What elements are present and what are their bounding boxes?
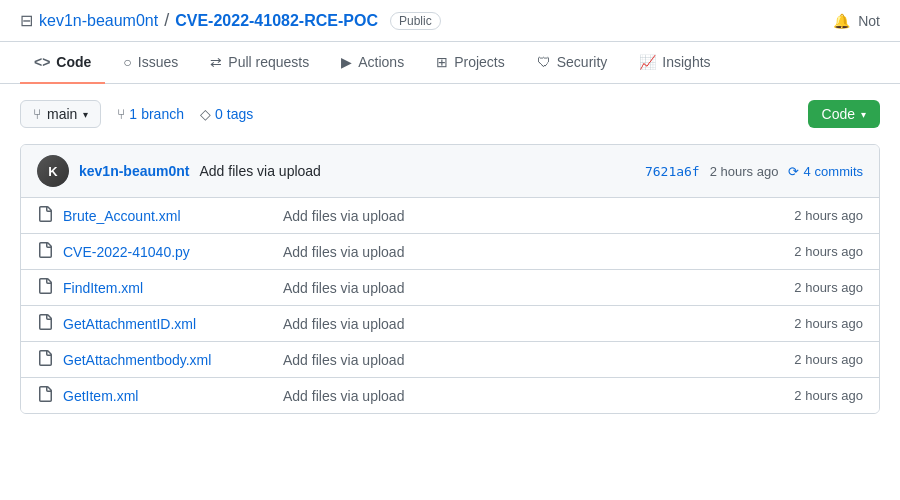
repo-nav: <> Code ○ Issues ⇄ Pull requests ▶ Actio… (0, 42, 900, 84)
file-time: 2 hours ago (763, 388, 863, 403)
file-commit-message: Add files via upload (263, 280, 763, 296)
file-row: GetItem.xml Add files via upload 2 hours… (21, 378, 879, 413)
tab-actions-label: Actions (358, 54, 404, 70)
file-icon (37, 206, 53, 225)
commits-count-link[interactable]: ⟳ 4 commits (788, 164, 863, 179)
chevron-down-icon: ▾ (83, 109, 88, 120)
commit-right: 7621a6f 2 hours ago ⟳ 4 commits (645, 164, 863, 179)
file-row: CVE-2022-41040.py Add files via upload 2… (21, 234, 879, 270)
tab-actions[interactable]: ▶ Actions (327, 42, 418, 84)
file-commit-message: Add files via upload (263, 244, 763, 260)
pull-requests-icon: ⇄ (210, 54, 222, 70)
code-icon: <> (34, 54, 50, 70)
notification-icon[interactable]: 🔔 (833, 13, 850, 29)
tab-code[interactable]: <> Code (20, 42, 105, 84)
tag-label: tags (227, 106, 253, 122)
file-name[interactable]: GetAttachmentID.xml (63, 316, 263, 332)
commits-count: 4 (803, 164, 810, 179)
file-icon (37, 350, 53, 369)
file-name[interactable]: GetItem.xml (63, 388, 263, 404)
file-icon (37, 242, 53, 261)
repo-title: ⊟ kev1n-beaum0nt / CVE-2022-41082-RCE-PO… (20, 10, 441, 31)
branch-bar: ⑂ main ▾ ⑂ 1 branch ◇ 0 tags Code ▾ (20, 100, 880, 128)
tag-count: 0 (215, 106, 223, 122)
actions-icon: ▶ (341, 54, 352, 70)
notification-label: Not (858, 13, 880, 29)
file-time: 2 hours ago (763, 316, 863, 331)
tag-icon: ◇ (200, 106, 211, 122)
code-button[interactable]: Code ▾ (808, 100, 880, 128)
repo-type-icon: ⊟ (20, 11, 33, 30)
file-commit-message: Add files via upload (263, 388, 763, 404)
issues-icon: ○ (123, 54, 131, 70)
branch-count-link[interactable]: ⑂ 1 branch (117, 106, 184, 122)
code-button-label: Code (822, 106, 855, 122)
file-commit-message: Add files via upload (263, 208, 763, 224)
tab-issues-label: Issues (138, 54, 178, 70)
tab-security-label: Security (557, 54, 608, 70)
repo-name[interactable]: CVE-2022-41082-RCE-POC (175, 12, 378, 30)
branch-link-icon: ⑂ (117, 106, 125, 122)
security-icon: 🛡 (537, 54, 551, 70)
tab-projects-label: Projects (454, 54, 505, 70)
file-icon (37, 386, 53, 405)
tab-insights[interactable]: 📈 Insights (625, 42, 724, 84)
commit-message: Add files via upload (199, 163, 320, 179)
avatar: K (37, 155, 69, 187)
file-time: 2 hours ago (763, 280, 863, 295)
file-row: FindItem.xml Add files via upload 2 hour… (21, 270, 879, 306)
insights-icon: 📈 (639, 54, 656, 70)
tab-insights-label: Insights (662, 54, 710, 70)
file-table: K kev1n-beaum0nt Add files via upload 76… (20, 144, 880, 414)
branch-selector[interactable]: ⑂ main ▾ (20, 100, 101, 128)
branch-label: branch (141, 106, 184, 122)
tab-projects[interactable]: ⊞ Projects (422, 42, 519, 84)
tab-issues[interactable]: ○ Issues (109, 42, 192, 84)
file-time: 2 hours ago (763, 244, 863, 259)
file-row: GetAttachmentbody.xml Add files via uplo… (21, 342, 879, 378)
repo-header: ⊟ kev1n-beaum0nt / CVE-2022-41082-RCE-PO… (0, 0, 900, 42)
file-name[interactable]: FindItem.xml (63, 280, 263, 296)
file-name[interactable]: Brute_Account.xml (63, 208, 263, 224)
file-name[interactable]: CVE-2022-41040.py (63, 244, 263, 260)
commits-label: commits (815, 164, 863, 179)
title-separator: / (164, 10, 169, 31)
file-name[interactable]: GetAttachmentbody.xml (63, 352, 263, 368)
file-rows-container: Brute_Account.xml Add files via upload 2… (21, 198, 879, 413)
tab-security[interactable]: 🛡 Security (523, 42, 622, 84)
commit-hash[interactable]: 7621a6f (645, 164, 700, 179)
tab-code-label: Code (56, 54, 91, 70)
file-row: Brute_Account.xml Add files via upload 2… (21, 198, 879, 234)
commit-row: K kev1n-beaum0nt Add files via upload 76… (21, 145, 879, 198)
tag-count-link[interactable]: ◇ 0 tags (200, 106, 253, 122)
file-time: 2 hours ago (763, 352, 863, 367)
file-commit-message: Add files via upload (263, 316, 763, 332)
projects-icon: ⊞ (436, 54, 448, 70)
history-icon: ⟳ (788, 164, 799, 179)
commit-author[interactable]: kev1n-beaum0nt (79, 163, 189, 179)
file-commit-message: Add files via upload (263, 352, 763, 368)
file-icon (37, 278, 53, 297)
repo-owner[interactable]: kev1n-beaum0nt (39, 12, 158, 30)
commit-time: 2 hours ago (710, 164, 779, 179)
tab-pull-requests-label: Pull requests (228, 54, 309, 70)
file-icon (37, 314, 53, 333)
main-content: ⑂ main ▾ ⑂ 1 branch ◇ 0 tags Code ▾ (0, 84, 900, 430)
file-time: 2 hours ago (763, 208, 863, 223)
public-badge: Public (390, 12, 441, 30)
commit-left: K kev1n-beaum0nt Add files via upload (37, 155, 321, 187)
branch-selector-icon: ⑂ (33, 106, 41, 122)
code-button-chevron: ▾ (861, 109, 866, 120)
branch-count: 1 (129, 106, 137, 122)
header-right: 🔔 Not (833, 13, 880, 29)
avatar-image: K (37, 155, 69, 187)
file-row: GetAttachmentID.xml Add files via upload… (21, 306, 879, 342)
tab-pull-requests[interactable]: ⇄ Pull requests (196, 42, 323, 84)
branch-bar-left: ⑂ main ▾ ⑂ 1 branch ◇ 0 tags (20, 100, 253, 128)
branch-selector-name: main (47, 106, 77, 122)
